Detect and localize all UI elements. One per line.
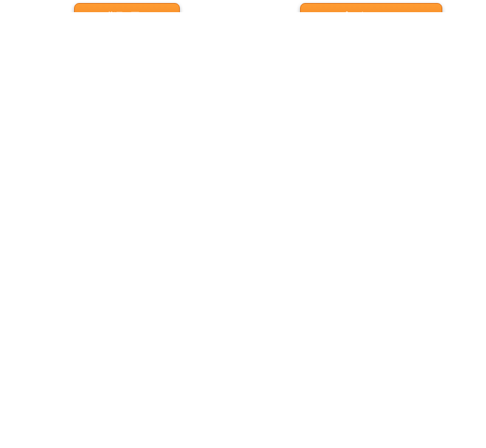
- callout-line: プレビューするか: [340, 11, 403, 12]
- callout-line: 指示画面で: [108, 11, 147, 12]
- callout-instruction-screen: 指示画面で 印刷指示: [74, 3, 180, 12]
- callout-preview-or-print: プレビューするか 印字するか選択できます。: [300, 3, 442, 12]
